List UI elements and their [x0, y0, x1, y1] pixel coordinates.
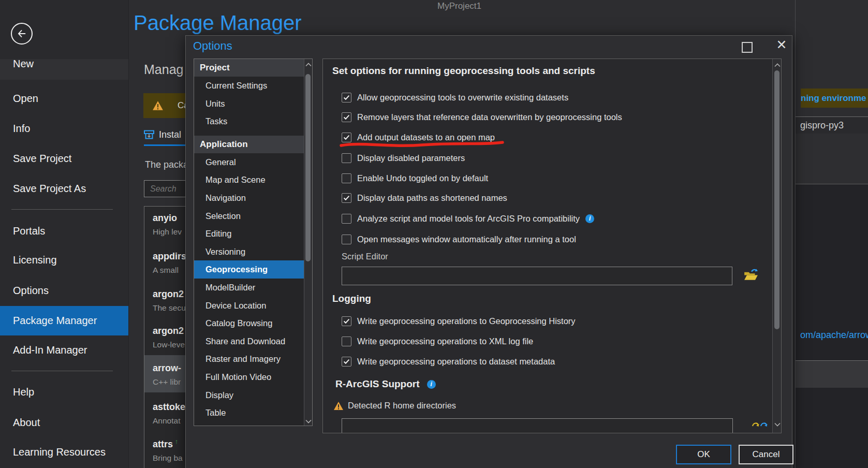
arcgis-pro-backstage: New Open Info Save Project Save Project … — [0, 0, 868, 468]
package-row[interactable]: asttoke Annotat — [153, 402, 185, 426]
checkbox-display-disabled-params[interactable]: Display disabled parameters — [342, 151, 465, 165]
maximize-button[interactable] — [742, 42, 753, 53]
environment-row[interactable]: gispro-py3 — [796, 116, 868, 135]
nav-item-report[interactable]: Report — [194, 422, 304, 426]
package-name: appdirs — [153, 251, 186, 262]
nav-scrollbar-thumb[interactable] — [305, 74, 311, 261]
sidebar-item-learning-resources[interactable]: Learning Resources — [13, 446, 106, 458]
checkbox-checked[interactable] — [342, 112, 351, 122]
nav-item-navigation[interactable]: Navigation — [194, 189, 304, 207]
checkbox-label: Analyze script and model tools for ArcGI… — [357, 214, 580, 224]
pane-scrollbar[interactable] — [772, 59, 781, 433]
chevron-down-icon[interactable] — [774, 421, 781, 428]
nav-scrollbar[interactable] — [304, 59, 312, 426]
package-row[interactable]: argon2 Low-leve — [153, 326, 185, 349]
package-name: anyio — [153, 213, 182, 224]
checkbox-log-metadata[interactable]: Write geoprocessing operations to datase… — [342, 354, 555, 369]
sidebar-item-info[interactable]: Info — [13, 123, 30, 135]
sidebar-item-add-in-manager[interactable]: Add-In Manager — [13, 344, 87, 356]
ok-button[interactable]: OK — [676, 445, 731, 464]
r-home-directory-input[interactable] — [342, 418, 733, 433]
sidebar-item-package-manager[interactable]: Package Manager — [13, 315, 97, 327]
chevron-up-icon[interactable] — [305, 62, 312, 68]
package-row[interactable]: attrs ↑ Bring ba — [153, 437, 183, 463]
nav-item-map-and-scene[interactable]: Map and Scene — [194, 171, 304, 189]
sidebar-item-help[interactable]: Help — [13, 386, 34, 398]
nav-item-table[interactable]: Table — [194, 404, 304, 422]
dialog-title: Options — [193, 39, 232, 53]
package-desc: C++ libr — [153, 377, 181, 387]
checkbox-checked[interactable] — [342, 316, 351, 326]
nav-group-project: Project — [194, 59, 304, 77]
red-underline-annotation — [339, 140, 506, 149]
nav-item-current-settings[interactable]: Current Settings — [194, 77, 304, 95]
checkbox-unchecked[interactable] — [342, 173, 351, 183]
checkbox-log-history[interactable]: Write geoprocessing operations to Geopro… — [342, 314, 576, 328]
sidebar-item-options[interactable]: Options — [13, 285, 49, 297]
nav-item-general[interactable]: General — [194, 153, 304, 171]
checkbox-unchecked[interactable] — [342, 235, 351, 244]
cancel-button[interactable]: Cancel — [739, 445, 793, 464]
refresh-arrows-icon[interactable] — [752, 419, 769, 430]
package-row[interactable]: appdirs A small — [153, 251, 186, 275]
checkbox-label: Open messages window automatically after… — [357, 235, 576, 244]
nav-item-tasks[interactable]: Tasks — [194, 112, 304, 130]
checkbox-overwrite-datasets[interactable]: Allow geoprocessing tools to overwrite e… — [342, 90, 568, 105]
tab-installed[interactable]: Instal — [144, 129, 181, 140]
sidebar-divider — [11, 209, 113, 210]
sidebar-item-open[interactable]: Open — [13, 93, 38, 105]
nav-item-device-location[interactable]: Device Location — [194, 297, 304, 315]
script-editor-input[interactable] — [342, 267, 732, 285]
sidebar-item-licensing[interactable]: Licensing — [13, 254, 57, 266]
checkbox-label: Write geoprocessing operations to Geopro… — [357, 316, 576, 326]
checkbox-open-messages-window[interactable]: Open messages window automatically after… — [342, 232, 576, 246]
checkbox-label: Enable Undo toggled on by default — [357, 173, 488, 183]
sidebar-item-save-project[interactable]: Save Project — [13, 153, 71, 165]
nav-item-raster-and-imagery[interactable]: Raster and Imagery — [194, 350, 304, 368]
package-row[interactable]: argon2 The secu — [153, 289, 186, 313]
package-desc: Annotat — [153, 416, 185, 426]
checkbox-label: Write geoprocessing operations to datase… — [357, 357, 555, 367]
checkbox-enable-undo[interactable]: Enable Undo toggled on by default — [342, 171, 488, 185]
sidebar-item-save-project-as[interactable]: Save Project As — [13, 183, 86, 195]
close-icon[interactable]: ✕ — [774, 37, 789, 52]
nav-item-geoprocessing[interactable]: Geoprocessing — [194, 260, 304, 279]
info-icon[interactable]: i — [427, 380, 436, 389]
nav-item-selection[interactable]: Selection — [194, 207, 304, 225]
logging-heading: Logging — [332, 293, 371, 304]
browse-folder-icon[interactable] — [743, 268, 759, 282]
nav-item-display[interactable]: Display — [194, 386, 304, 404]
nav-item-catalog-browsing[interactable]: Catalog Browsing — [194, 314, 304, 332]
package-row-selected[interactable]: arrow- C++ libr — [153, 363, 181, 387]
sidebar-item-new[interactable]: New — [13, 58, 34, 70]
checkbox-unchecked[interactable] — [342, 337, 351, 346]
r-home-warning-text: Detected R home directories — [348, 401, 456, 411]
nav-item-versioning[interactable]: Versioning — [194, 243, 304, 261]
nav-item-share-and-download[interactable]: Share and Download — [194, 332, 304, 350]
package-desc: High lev — [153, 227, 182, 237]
checkbox-unchecked[interactable] — [342, 214, 351, 224]
info-icon[interactable]: i — [585, 214, 594, 223]
sidebar-item-about[interactable]: About — [13, 417, 40, 429]
checkbox-analyze-compatibility[interactable]: Analyze script and model tools for ArcGI… — [342, 211, 594, 226]
checkbox-remove-layers[interactable]: Remove layers that reference data overwr… — [342, 110, 622, 124]
checkbox-checked[interactable] — [342, 193, 351, 203]
nav-item-modelbuilder[interactable]: ModelBuilder — [194, 279, 304, 297]
back-button[interactable] — [11, 23, 33, 45]
nav-item-full-motion-video[interactable]: Full Motion Video — [194, 368, 304, 386]
nav-item-units[interactable]: Units — [194, 95, 304, 113]
package-homepage-link-partial[interactable]: om/apache/arrow — [800, 330, 868, 341]
checkbox-unchecked[interactable] — [342, 153, 351, 163]
detail-row — [796, 360, 868, 388]
nav-item-editing[interactable]: Editing — [194, 225, 304, 243]
environment-warning-bar: ning environme — [801, 89, 868, 108]
sidebar-item-portals[interactable]: Portals — [13, 225, 45, 237]
package-row[interactable]: anyio High lev — [153, 213, 182, 237]
checkbox-shortened-names[interactable]: Display data paths as shortened names — [342, 191, 507, 205]
chevron-down-icon[interactable] — [305, 418, 312, 425]
pane-scrollbar-thumb[interactable] — [774, 70, 779, 329]
checkbox-log-xml[interactable]: Write geoprocessing operations to XML lo… — [342, 334, 533, 348]
checkbox-checked[interactable] — [342, 357, 351, 367]
chevron-up-icon[interactable] — [774, 62, 781, 68]
checkbox-checked[interactable] — [342, 93, 351, 103]
